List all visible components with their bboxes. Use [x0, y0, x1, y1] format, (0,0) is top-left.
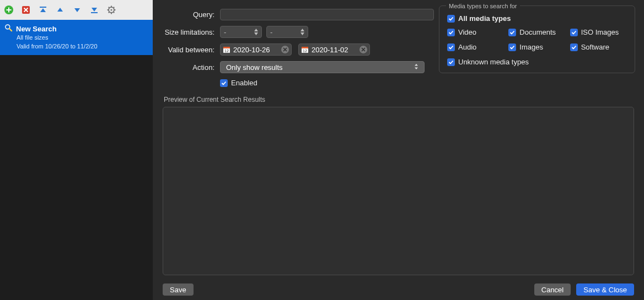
stepper-arrows-icon[interactable]: [300, 27, 308, 37]
save-close-button[interactable]: Save & Close: [576, 283, 634, 296]
audio-checkbox[interactable]: [447, 43, 455, 51]
sidebar: New Search All file sizes Valid from 10/…: [0, 0, 153, 300]
svg-line-15: [109, 12, 110, 13]
gear-icon[interactable]: [106, 4, 117, 15]
query-input[interactable]: [220, 9, 434, 20]
main-panel: Query: Size limitations: - - Valid betw: [153, 0, 644, 300]
svg-point-7: [110, 9, 112, 10]
add-icon[interactable]: [3, 4, 14, 15]
date-to-field[interactable]: 12 2020-11-02: [298, 43, 370, 56]
date-from-field[interactable]: 12 2020-10-26: [220, 43, 292, 56]
action-select[interactable]: Only show results: [220, 61, 425, 73]
svg-rect-2: [7, 9, 12, 10]
save-button[interactable]: Save: [163, 283, 194, 296]
iso-checkbox[interactable]: [570, 29, 578, 36]
date-from-value: 2020-10-26: [233, 46, 278, 54]
svg-line-12: [109, 7, 110, 8]
preview-label: Preview of Current Search Results: [164, 96, 634, 103]
media-types-box: Media types to search for All media type…: [439, 6, 635, 73]
software-checkbox[interactable]: [570, 43, 578, 51]
move-bottom-icon[interactable]: [89, 4, 100, 15]
preview-area: [163, 107, 634, 275]
search-item-title: New Search: [16, 25, 57, 33]
move-up-icon[interactable]: [55, 4, 66, 15]
enabled-label: Enabled: [231, 79, 257, 87]
search-item-sub1: All file sizes: [17, 34, 147, 42]
size-min-stepper[interactable]: -: [220, 26, 262, 38]
all-media-label: All media types: [458, 14, 511, 23]
clear-date-icon[interactable]: [359, 46, 367, 53]
action-selected-value: Only show results: [226, 63, 413, 72]
delete-icon[interactable]: [20, 4, 31, 15]
documents-label: Documents: [519, 28, 556, 36]
unknown-checkbox[interactable]: [447, 58, 455, 66]
documents-checkbox[interactable]: [508, 29, 516, 36]
size-label: Size limitations:: [163, 28, 220, 36]
video-checkbox[interactable]: [447, 29, 455, 36]
media-types-legend: Media types to search for: [446, 3, 520, 9]
enabled-checkbox[interactable]: [220, 79, 228, 87]
action-label: Action:: [163, 63, 220, 72]
video-label: Video: [458, 28, 476, 36]
clear-date-icon[interactable]: [281, 46, 289, 53]
calendar-icon: 12: [223, 46, 230, 53]
unknown-label: Unknown media types: [458, 58, 529, 66]
images-checkbox[interactable]: [508, 43, 516, 51]
size-max-stepper[interactable]: -: [266, 26, 308, 38]
move-top-icon[interactable]: [37, 4, 49, 15]
images-label: Images: [519, 43, 543, 51]
calendar-icon: 12: [301, 46, 309, 53]
query-label: Query:: [163, 10, 220, 19]
search-item-sub2: Valid from 10/26/20 to 11/2/20: [17, 42, 147, 51]
svg-text:12: 12: [303, 49, 307, 53]
cancel-button[interactable]: Cancel: [534, 283, 571, 296]
updown-chevron-icon: [413, 62, 421, 73]
move-down-icon[interactable]: [72, 4, 83, 15]
svg-line-14: [114, 7, 115, 8]
iso-label: ISO Images: [581, 28, 619, 36]
search-list-item[interactable]: New Search All file sizes Valid from 10/…: [0, 20, 153, 55]
sidebar-toolbar: [0, 0, 153, 20]
svg-rect-5: [91, 12, 98, 13]
svg-line-17: [9, 29, 12, 31]
stepper-arrows-icon[interactable]: [254, 27, 261, 37]
all-media-checkbox[interactable]: [447, 15, 455, 23]
valid-between-label: Valid between:: [163, 46, 220, 54]
magnifier-icon: [4, 24, 13, 34]
software-label: Software: [581, 43, 609, 51]
date-to-value: 2020-11-02: [312, 46, 357, 54]
svg-rect-4: [40, 7, 46, 8]
audio-label: Audio: [458, 43, 476, 51]
footer: Save Cancel Save & Close: [153, 283, 644, 296]
svg-line-13: [114, 12, 115, 13]
svg-text:12: 12: [224, 49, 229, 53]
